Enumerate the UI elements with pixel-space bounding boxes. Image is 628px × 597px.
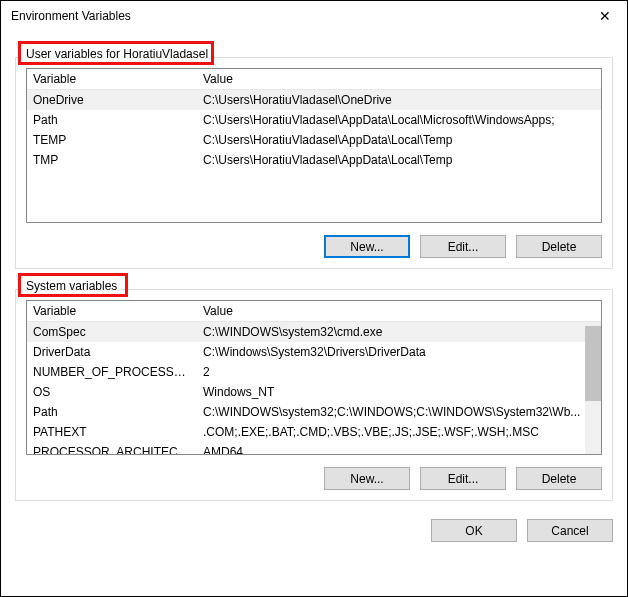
system-buttons-row: New... Edit... Delete [26,467,602,490]
cell-variable: TMP [27,150,197,170]
column-header-variable[interactable]: Variable [27,301,197,322]
system-variables-group: System variables Variable Value ComSpec … [15,289,613,501]
column-header-value[interactable]: Value [197,69,601,90]
system-variables-table-wrap[interactable]: Variable Value ComSpec C:\WINDOWS\system… [26,300,602,455]
table-row[interactable]: Path C:\Users\HoratiuVladasel\AppData\Lo… [27,110,601,130]
cell-variable: DriverData [27,342,197,362]
cell-variable: TEMP [27,130,197,150]
table-row[interactable]: ComSpec C:\WINDOWS\system32\cmd.exe [27,322,601,343]
table-row[interactable]: DriverData C:\Windows\System32\Drivers\D… [27,342,601,362]
new-button-user[interactable]: New... [324,235,410,258]
table-row[interactable]: TMP C:\Users\HoratiuVladasel\AppData\Loc… [27,150,601,170]
window-title: Environment Variables [11,9,131,23]
scrollbar-thumb[interactable] [585,326,601,401]
table-row[interactable]: PROCESSOR_ARCHITECTURE AMD64 [27,442,601,455]
cell-value: C:\WINDOWS\system32\cmd.exe [197,322,601,343]
new-button-system[interactable]: New... [324,467,410,490]
edit-button-user[interactable]: Edit... [420,235,506,258]
table-row[interactable]: Path C:\WINDOWS\system32;C:\WINDOWS;C:\W… [27,402,601,422]
user-variables-table-wrap[interactable]: Variable Value OneDrive C:\Users\Horatiu… [26,68,602,223]
close-button[interactable]: ✕ [583,1,627,31]
table-row[interactable]: OS Windows_NT [27,382,601,402]
cell-value: AMD64 [197,442,601,455]
user-buttons-row: New... Edit... Delete [26,235,602,258]
cell-variable: OneDrive [27,90,197,111]
cell-value: Windows_NT [197,382,601,402]
column-header-value[interactable]: Value [197,301,601,322]
cell-variable: Path [27,402,197,422]
system-variables-legend: System variables [22,279,121,293]
delete-button-system[interactable]: Delete [516,467,602,490]
user-variables-table: Variable Value OneDrive C:\Users\Horatiu… [27,69,601,170]
table-row[interactable]: NUMBER_OF_PROCESSORS 2 [27,362,601,382]
cell-value: C:\Users\HoratiuVladasel\AppData\Local\M… [197,110,601,130]
cell-variable: PROCESSOR_ARCHITECTURE [27,442,197,455]
table-row[interactable]: PATHEXT .COM;.EXE;.BAT;.CMD;.VBS;.VBE;.J… [27,422,601,442]
cell-value: C:\Windows\System32\Drivers\DriverData [197,342,601,362]
cell-value: C:\Users\HoratiuVladasel\AppData\Local\T… [197,130,601,150]
cell-value: C:\Users\HoratiuVladasel\OneDrive [197,90,601,111]
ok-button[interactable]: OK [431,519,517,542]
cell-variable: ComSpec [27,322,197,343]
user-variables-legend: User variables for HoratiuVladasel [22,47,212,61]
cell-variable: OS [27,382,197,402]
table-row[interactable]: OneDrive C:\Users\HoratiuVladasel\OneDri… [27,90,601,111]
delete-button-user[interactable]: Delete [516,235,602,258]
dialog-buttons-row: OK Cancel [1,511,627,556]
cancel-button[interactable]: Cancel [527,519,613,542]
cell-variable: NUMBER_OF_PROCESSORS [27,362,197,382]
system-variables-table: Variable Value ComSpec C:\WINDOWS\system… [27,301,601,455]
user-variables-group: User variables for HoratiuVladasel Varia… [15,57,613,269]
cell-value: .COM;.EXE;.BAT;.CMD;.VBS;.VBE;.JS;.JSE;.… [197,422,601,442]
cell-value: C:\Users\HoratiuVladasel\AppData\Local\T… [197,150,601,170]
edit-button-system[interactable]: Edit... [420,467,506,490]
cell-value: 2 [197,362,601,382]
column-header-variable[interactable]: Variable [27,69,197,90]
cell-variable: Path [27,110,197,130]
cell-variable: PATHEXT [27,422,197,442]
table-row[interactable]: TEMP C:\Users\HoratiuVladasel\AppData\Lo… [27,130,601,150]
titlebar: Environment Variables ✕ [1,1,627,31]
close-icon: ✕ [599,8,611,24]
cell-value: C:\WINDOWS\system32;C:\WINDOWS;C:\WINDOW… [197,402,601,422]
